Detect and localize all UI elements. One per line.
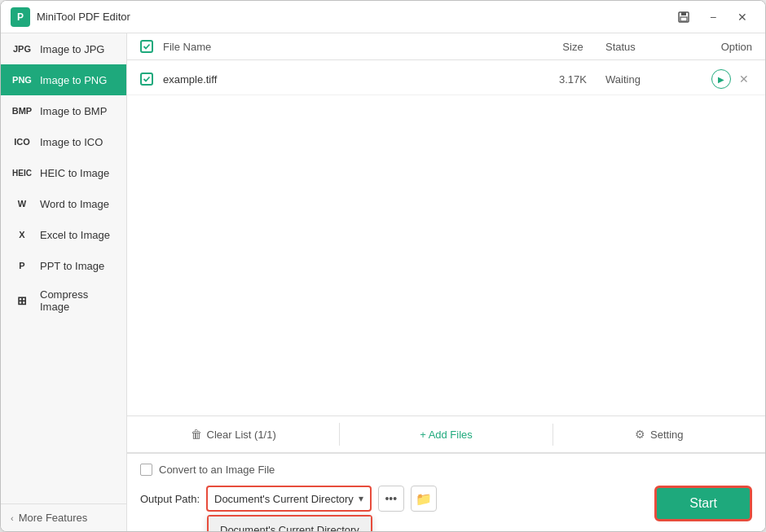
sidebar-item-excel-to-image[interactable]: X Excel to Image <box>1 219 126 250</box>
convert-checkbox[interactable] <box>140 464 152 476</box>
excel-icon: X <box>11 230 33 240</box>
bmp-icon: BMP <box>11 106 33 116</box>
svg-rect-1 <box>681 12 686 15</box>
sidebar-label: Word to Image <box>40 198 109 210</box>
options-area: Convert to an Image File Output Path: Do… <box>127 453 765 531</box>
sidebar-label: Image to JPG <box>40 43 104 55</box>
sidebar-label: HEIC to Image <box>40 167 109 179</box>
output-folder-button[interactable]: 📁 <box>411 486 437 512</box>
file-rows: example.tiff 3.17K Waiting ▶ ✕ <box>127 60 765 415</box>
bottom-toolbar: 🗑 Clear List (1/1) + Add Files ⚙ Setting <box>127 415 765 452</box>
output-path-dropdown[interactable]: Document's Current Directory ▾ <box>206 486 372 512</box>
output-path-label: Output Path: <box>140 493 200 505</box>
save-button[interactable] <box>671 6 697 29</box>
start-button[interactable]: Start <box>654 486 752 521</box>
path-dropdown-menu: Document's Current Directory Default Pat… <box>207 515 372 531</box>
setting-label: Setting <box>650 429 683 441</box>
clear-list-label: Clear List (1/1) <box>207 429 276 441</box>
folder-icon: 📁 <box>416 491 432 507</box>
column-header-option: Option <box>687 41 752 53</box>
column-header-size: Size <box>540 41 605 53</box>
column-header-filename: File Name <box>163 41 540 53</box>
sidebar-item-image-to-ico[interactable]: ICO Image to ICO <box>1 126 126 157</box>
ico-icon: ICO <box>11 137 33 147</box>
png-icon: PNG <box>11 75 33 85</box>
jpg-icon: JPG <box>11 44 33 54</box>
svg-rect-2 <box>680 17 687 21</box>
setting-icon: ⚙ <box>635 428 645 441</box>
clear-list-icon: 🗑 <box>191 428 202 441</box>
dropdown-option-documents[interactable]: Document's Current Directory <box>209 517 371 531</box>
convert-label: Convert to an Image File <box>159 464 275 476</box>
file-status-cell: Waiting <box>605 73 687 86</box>
file-name-cell: example.tiff <box>163 73 540 86</box>
dots-icon: ••• <box>385 492 397 505</box>
minimize-button[interactable]: − <box>700 6 726 29</box>
sidebar-label: Compress Image <box>40 288 117 313</box>
content-area: File Name Size Status Option <box>127 33 765 531</box>
column-header-status: Status <box>605 41 687 53</box>
sidebar-item-image-to-png[interactable]: PNG Image to PNG <box>1 64 126 95</box>
word-icon: W <box>11 199 33 209</box>
output-dots-button[interactable]: ••• <box>378 486 404 512</box>
row-checkbox[interactable] <box>140 73 153 86</box>
output-start-row: Output Path: Document's Current Director… <box>140 486 752 521</box>
add-files-label: + Add Files <box>420 429 473 441</box>
play-button[interactable]: ▶ <box>711 69 731 89</box>
sidebar-item-image-to-bmp[interactable]: BMP Image to BMP <box>1 95 126 126</box>
setting-button[interactable]: ⚙ Setting <box>553 423 765 446</box>
sidebar-label: Image to BMP <box>40 105 107 117</box>
add-files-button[interactable]: + Add Files <box>340 424 552 446</box>
sidebar-label: Excel to Image <box>40 229 110 241</box>
more-features-item[interactable]: ‹ More Features <box>1 503 126 531</box>
file-option-cell: ▶ ✕ <box>687 69 752 89</box>
app-title: MiniTool PDF Editor <box>37 11 671 23</box>
dropdown-arrow-icon: ▾ <box>359 493 363 504</box>
output-path-group: Output Path: Document's Current Director… <box>140 486 641 512</box>
file-size-cell: 3.17K <box>540 73 605 86</box>
file-list-area: File Name Size Status Option <box>127 33 765 453</box>
app-logo: P <box>11 7 30 27</box>
sidebar-item-ppt-to-image[interactable]: P PPT to Image <box>1 250 126 281</box>
sidebar-item-word-to-image[interactable]: W Word to Image <box>1 188 126 219</box>
sidebar-label: Image to PNG <box>40 74 107 86</box>
compress-icon: ⊞ <box>11 294 33 307</box>
more-features-label: More Features <box>19 512 88 524</box>
sidebar-item-compress-image[interactable]: ⊞ Compress Image <box>1 281 126 320</box>
heic-icon: HEIC <box>11 169 33 178</box>
table-header: File Name Size Status Option <box>127 33 765 60</box>
sidebar-item-heic-to-image[interactable]: HEIC HEIC to Image <box>1 157 126 188</box>
sidebar-label: Image to ICO <box>40 136 103 148</box>
close-button[interactable]: ✕ <box>729 6 755 29</box>
ppt-icon: P <box>11 261 33 270</box>
clear-list-button[interactable]: 🗑 Clear List (1/1) <box>127 423 340 446</box>
sidebar-item-image-to-jpg[interactable]: JPG Image to JPG <box>1 33 126 64</box>
remove-button[interactable]: ✕ <box>736 71 752 87</box>
output-dropdown-value: Document's Current Directory <box>214 493 354 505</box>
sidebar: JPG Image to JPG PNG Image to PNG BMP Im… <box>1 33 127 531</box>
table-row: example.tiff 3.17K Waiting ▶ ✕ <box>127 64 765 95</box>
sidebar-label: PPT to Image <box>40 260 104 272</box>
